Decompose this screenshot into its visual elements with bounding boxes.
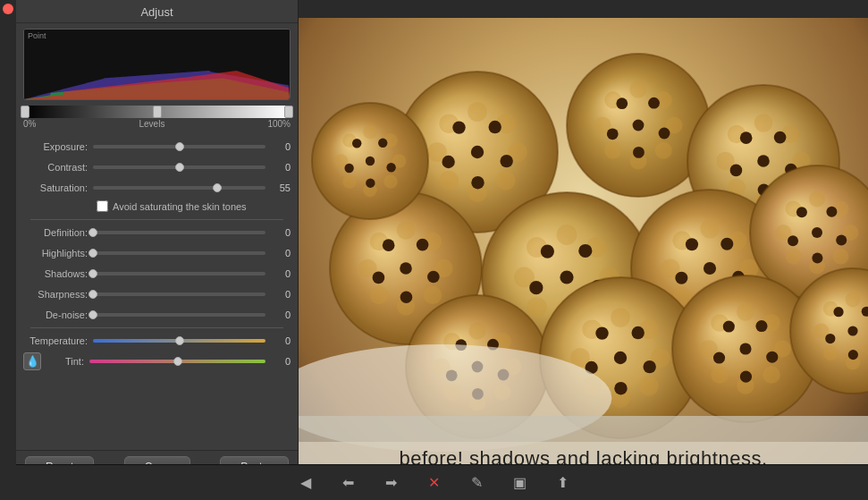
definition-slider[interactable] [93,231,265,234]
denoise-label: De-noise: [23,309,93,320]
saturation-label: Saturation: [23,182,93,193]
toolbar-edit-button[interactable]: ✎ [465,470,490,496]
denoise-thumb[interactable] [88,310,97,319]
sharpness-slider[interactable] [93,292,265,296]
saturation-thumb[interactable] [213,183,222,192]
denoise-slider[interactable] [93,313,265,317]
levels-thumb-right[interactable] [284,106,293,118]
sharpness-value: 0 [265,289,291,300]
levels-thumb-left[interactable] [21,106,29,118]
sliders-section: Exposure: 0 Contrast: 0 Saturation: 55 A [16,132,298,450]
skin-tones-row[interactable]: Avoid saturating the skin tones [97,200,291,212]
levels-track[interactable] [25,106,289,118]
exposure-label: Exposure: [23,141,93,152]
denoise-row: De-noise: 0 [23,307,291,323]
contrast-label: Contrast: [23,162,93,173]
levels-labels: 0% Levels 100% [23,119,291,129]
temperature-label: Temperature: [23,335,93,346]
tint-value: 0 [265,356,291,367]
contrast-row: Contrast: 0 [23,159,291,175]
sharpness-row: Sharpness: 0 [23,286,291,302]
histogram: Point [23,29,291,100]
histogram-label: Point [28,31,46,40]
definition-value: 0 [265,227,291,238]
shadows-row: Shadows: 0 [23,266,291,282]
temperature-value: 0 [265,335,291,346]
shadows-value: 0 [265,268,291,279]
toolbar-share-button[interactable]: ⬆ [551,470,576,496]
toolbar-delete-button[interactable]: ✕ [422,470,447,496]
tint-label: Tint: [45,356,89,367]
definition-row: Definition: 0 [23,225,291,241]
saturation-row: Saturation: 55 [23,180,291,196]
contrast-thumb[interactable] [175,163,184,172]
shadows-label: Shadows: [23,268,93,279]
contrast-slider[interactable] [93,165,265,169]
levels-slider-row[interactable] [23,106,291,118]
saturation-value: 55 [265,182,291,193]
exposure-row: Exposure: 0 [23,139,291,155]
shadows-slider[interactable] [93,272,265,275]
highlights-value: 0 [265,248,291,258]
temperature-row: Temperature: 0 [23,333,291,349]
exposure-slider[interactable] [93,145,265,148]
shadows-thumb[interactable] [88,269,97,278]
adjust-panel: Adjust Point 0% Levels 100% Exposure: 0 … [16,0,299,483]
photo-canvas [299,18,868,465]
sharpness-thumb[interactable] [88,290,97,299]
highlights-label: Highlights: [23,248,93,258]
panel-title: Adjust [16,0,298,23]
eyedropper-icon: 💧 [26,355,39,368]
sharpness-label: Sharpness: [23,289,93,300]
tint-slider[interactable] [89,360,265,363]
eyedropper-button[interactable]: 💧 [23,352,41,370]
toolbar-slideshow-button[interactable]: ▣ [508,470,533,496]
highlights-slider[interactable] [93,251,265,255]
definition-thumb[interactable] [88,228,97,237]
toolbar-rotate-right-button[interactable]: ➡ [379,470,404,496]
separator-2 [30,327,283,328]
exposure-value: 0 [265,141,291,152]
definition-label: Definition: [23,227,93,238]
left-sidebar [0,0,16,483]
levels-label-center: Levels [36,119,267,129]
temperature-slider[interactable] [93,339,265,343]
highlights-row: Highlights: 0 [23,245,291,261]
levels-thumb-mid[interactable] [153,106,162,118]
main-image-area: before! shadows and lacking brightness. [299,0,868,483]
highlights-thumb[interactable] [88,249,97,258]
exposure-thumb[interactable] [175,142,184,151]
separator-1 [30,219,283,220]
levels-label-right: 100% [267,119,291,129]
skin-tones-label: Avoid saturating the skin tones [113,201,247,212]
toolbar-back-button[interactable]: ◀ [293,470,318,496]
contrast-value: 0 [265,162,291,173]
skin-tones-checkbox[interactable] [97,200,108,212]
toolbar-rotate-left-button[interactable]: ⬅ [336,470,361,496]
tint-row: 💧 Tint: 0 [23,353,291,369]
denoise-value: 0 [265,309,291,320]
levels-label-left: 0% [23,119,36,129]
tint-thumb[interactable] [173,357,182,366]
saturation-slider[interactable] [93,186,265,190]
temperature-thumb[interactable] [175,336,184,345]
bottom-toolbar: ◀ ⬅ ➡ ✕ ✎ ▣ ⬆ [0,464,868,500]
close-button[interactable] [3,4,13,14]
